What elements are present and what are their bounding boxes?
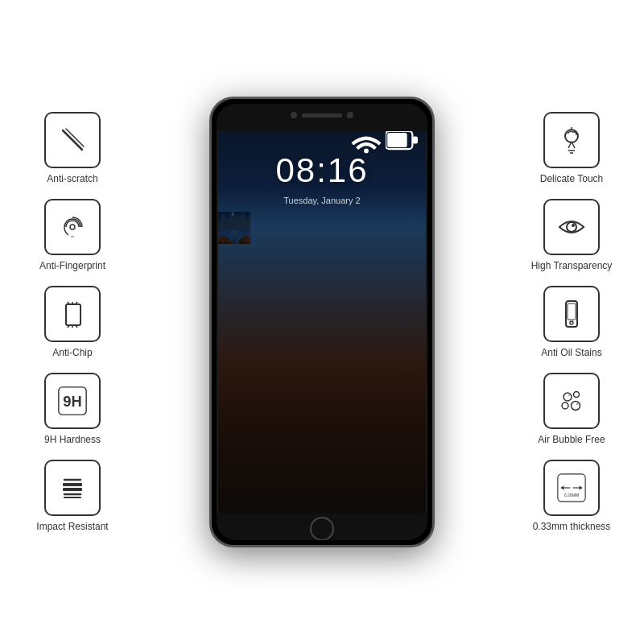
impact-icon-box: [44, 460, 101, 516]
feature-anti-chip: Anti-Chip: [8, 286, 137, 358]
anti-fingerprint-label: Anti-Fingerprint: [39, 260, 105, 271]
svg-rect-20: [387, 133, 407, 147]
air-bubble-label: Air Bubble Free: [538, 434, 605, 445]
anti-oil-label: Anti Oil Stains: [541, 347, 601, 358]
phone-body: 08:16 Tuesday, January 2: [209, 97, 435, 547]
svg-point-2: [70, 225, 75, 229]
svg-marker-59: [561, 485, 564, 490]
status-bar: [218, 135, 426, 147]
feature-anti-scratch: Anti-scratch: [8, 112, 137, 184]
delicate-touch-icon-box: [543, 112, 600, 168]
scratch-icon: [56, 124, 89, 156]
eye-icon: [555, 211, 588, 243]
9h-icon: 9H: [56, 385, 89, 417]
svg-text:0.26MM: 0.26MM: [564, 493, 580, 497]
feature-high-transparency: High Transparency: [507, 199, 636, 271]
feature-9h-hardness: 9H 9H Hardness: [8, 373, 137, 445]
svg-text:9H: 9H: [63, 393, 81, 410]
impact-icon: [56, 472, 89, 504]
svg-marker-61: [580, 485, 582, 490]
thickness-label: 0.33mm thickness: [533, 521, 611, 532]
feature-anti-fingerprint: Anti-Fingerprint: [8, 199, 137, 271]
svg-point-56: [576, 403, 578, 405]
svg-rect-13: [63, 483, 82, 486]
high-transparency-icon-box: [543, 199, 600, 255]
feature-delicate-touch: Delicate Touch: [507, 112, 636, 184]
anti-scratch-icon-box: [44, 112, 101, 168]
svg-point-54: [572, 402, 580, 411]
air-bubble-icon-box: [543, 373, 600, 429]
svg-point-53: [562, 402, 568, 409]
svg-point-50: [570, 321, 573, 324]
feature-air-bubble-free: Air Bubble Free: [507, 373, 636, 445]
anti-chip-label: Anti-Chip: [52, 347, 92, 358]
thickness-icon-box: 0.26MM: [543, 460, 600, 516]
svg-point-46: [567, 222, 576, 232]
feature-impact-resistant: Impact Resistant: [8, 460, 137, 532]
feature-thickness: 0.26MM 0.33mm thickness: [507, 460, 636, 532]
impact-resistant-label: Impact Resistant: [36, 521, 108, 532]
svg-line-0: [63, 130, 82, 150]
wallpaper: [218, 212, 426, 513]
chip-icon: [56, 298, 89, 330]
svg-point-47: [572, 224, 575, 227]
high-transparency-label: High Transparency: [531, 260, 613, 271]
home-button: [310, 517, 334, 541]
phone-screen: 08:16 Tuesday, January 2: [218, 131, 426, 513]
phone-mockup: 08:16 Tuesday, January 2: [209, 97, 435, 547]
phone-case-icon: [555, 298, 588, 330]
right-features-column: Delicate Touch High Transparency: [507, 112, 636, 532]
speaker: [302, 114, 342, 118]
9h-icon-box: 9H: [44, 373, 101, 429]
phone-bottom-bar: [212, 513, 432, 545]
feature-anti-oil-stains: Anti Oil Stains: [507, 286, 636, 358]
svg-rect-4: [66, 304, 80, 325]
fingerprint-icon: [56, 211, 89, 243]
9h-label: 9H Hardness: [44, 434, 101, 445]
anti-fingerprint-icon-box: [44, 199, 101, 255]
svg-rect-49: [568, 303, 576, 320]
delicate-touch-label: Delicate Touch: [540, 173, 604, 184]
svg-point-52: [574, 392, 580, 398]
left-features-column: Anti-scratch Anti-Fingerprint: [8, 112, 137, 532]
main-container: Anti-scratch Anti-Fingerprint: [0, 0, 644, 644]
svg-rect-21: [412, 136, 418, 143]
mountain-wallpaper-svg: [218, 212, 250, 244]
touch-icon: [555, 124, 588, 156]
anti-oil-icon-box: [543, 286, 600, 342]
anti-scratch-label: Anti-scratch: [47, 173, 97, 184]
svg-point-55: [568, 394, 570, 396]
anti-chip-icon-box: [44, 286, 101, 342]
phone-top-bar: [212, 99, 432, 131]
svg-point-51: [564, 393, 572, 401]
sensor: [347, 112, 353, 118]
lock-screen-time: 08:16: [218, 151, 426, 190]
thickness-icon: 0.26MM: [555, 472, 588, 504]
svg-rect-14: [63, 488, 82, 491]
bubbles-icon: [555, 385, 588, 417]
lock-screen-date: Tuesday, January 2: [218, 196, 426, 205]
front-camera: [291, 112, 297, 118]
